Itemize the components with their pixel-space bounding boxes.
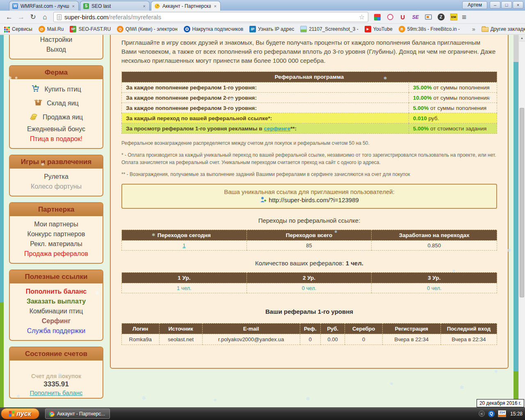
farm-section-title: Ферма <box>10 66 103 79</box>
sidebar-item-partner-contest[interactable]: Конкурс партнеров <box>10 229 103 239</box>
sidebar-item-my-partners[interactable]: Мои партнеры <box>10 219 103 229</box>
bookmark-services[interactable]: Сервисы <box>3 26 32 32</box>
se-extension-icon[interactable]: SE <box>411 13 420 21</box>
screenshare-extension-icon[interactable] <box>424 13 432 21</box>
sidebar-item-roulette[interactable]: Рулетка <box>10 172 103 182</box>
surfing-link[interactable]: серфинге <box>264 126 290 132</box>
start-button[interactable]: пуск <box>1 408 39 419</box>
sidebar-item-order-payout[interactable]: Заказать выплату <box>10 297 103 306</box>
referral-silver: 0 <box>345 334 383 345</box>
address-bar[interactable]: super-birds.com/referals/myreferals ☆ <box>53 12 368 22</box>
sidebar-item-buy-birds[interactable]: Купить птиц <box>10 82 103 96</box>
chrome-menu-icon[interactable]: ≡ <box>462 13 466 22</box>
sidebar-item-gift-bird[interactable]: Птица в подарок! <box>10 134 103 144</box>
minimize-button[interactable]: – <box>490 1 500 9</box>
pink-extension-icon[interactable] <box>386 13 394 21</box>
table-row-highlight-yellow: За каждый переход по вашей реферальной с… <box>122 113 497 123</box>
transitions-today-link[interactable]: 1 <box>183 242 185 249</box>
scrollbar-thumb[interactable] <box>520 108 524 297</box>
tab-wmrfast[interactable]: W WMRFast.com - лучшее мес × <box>9 1 79 11</box>
tab-close-icon[interactable]: × <box>71 4 75 9</box>
cube-extension-icon[interactable] <box>373 13 381 21</box>
accounts-status-title: Состояние счетов <box>10 347 103 361</box>
browser-profile-button[interactable]: Артем <box>462 1 487 9</box>
snowflake-decoration: ❄ <box>306 396 310 402</box>
bookmark-mailru[interactable]: @ Mail.Ru <box>39 26 64 32</box>
sidebar-item-topup-balance[interactable]: Пополнить баланс <box>10 287 103 297</box>
bird-favicon-icon <box>154 3 160 9</box>
useful-links-section-title: Полезные ссылки <box>10 270 103 283</box>
snowflake-decoration: ❄ <box>142 395 146 401</box>
sidebar-item-settings[interactable]: Настройки <box>10 35 103 45</box>
seofast-icon: SF <box>70 26 76 32</box>
transitions-total-value: 85 <box>247 240 372 250</box>
referral-last-login: Вчера в 22:34 <box>441 334 497 345</box>
sidebar-item-fortune-wheel[interactable]: Колесо фортуны <box>10 182 103 192</box>
clock: 15:28 <box>510 411 523 417</box>
sidebar-item-egg-sale[interactable]: Продажа яиц <box>10 110 103 124</box>
sidebar-item-egg-storage[interactable]: Склад яиц <box>10 96 103 110</box>
reload-icon[interactable]: ↻ <box>27 12 39 23</box>
swirl-icon <box>184 26 190 32</box>
u-extension-icon[interactable]: U <box>399 13 407 21</box>
bookmark-nakrutka[interactable]: Накрутка подписчиков <box>184 26 244 32</box>
referral-count-line: Количество ваших рефералов: 1 чел. <box>121 260 497 267</box>
tab-close-icon[interactable]: × <box>213 4 217 9</box>
cart-icon <box>31 84 40 94</box>
bookmark-ip[interactable]: IP Узнать IP адрес <box>249 26 294 32</box>
games-box: Игры и развлечения Рулетка Колесо фортун… <box>9 155 103 196</box>
maximize-button[interactable]: □ <box>501 1 512 9</box>
note-unique-click: * - Оплата производится за каждый уникал… <box>121 151 497 167</box>
bookmark-screenshot[interactable]: 21107_Screenshot_3 - <box>300 26 358 32</box>
sidebar-item-bird-combinations[interactable]: Комбинации птиц <box>10 306 103 316</box>
date-tooltip: 20 декабря 2016 г. <box>477 399 524 407</box>
sidebar-item-daily-bonus[interactable]: Ежедневный бонус <box>10 124 103 134</box>
page-scrollbar[interactable]: ▲ <box>518 35 525 407</box>
back-icon[interactable]: ← <box>3 12 15 23</box>
browser-toolbar: ← → ↻ ⌂ super-birds.com/referals/myrefer… <box>0 11 525 24</box>
referral-source: seolast.net <box>159 334 202 345</box>
tab-close-icon[interactable]: × <box>142 4 146 9</box>
em-extension-icon[interactable]: EM <box>450 13 458 21</box>
bookmarks-overflow-icon[interactable]: » <box>472 26 475 32</box>
z-extension-icon[interactable]: Z <box>437 13 445 21</box>
referrals-table: Логин Источник E-mail Реф. Руб. Серебро … <box>121 323 497 345</box>
useful-links-box: Полезные ссылки Пополнить баланс Заказат… <box>9 269 103 341</box>
tab-account-active[interactable]: Аккаунт - Партнерская про × <box>151 1 221 11</box>
referral-login: Romka9a <box>122 334 160 345</box>
bookmark-star-icon[interactable]: ☆ <box>359 13 365 21</box>
tray-expand-icon[interactable]: < <box>479 411 485 417</box>
qip-tray-icon[interactable]: Q <box>488 411 495 417</box>
tab-strip: W WMRFast.com - лучшее мес × S SEO last … <box>0 0 525 11</box>
home-icon[interactable]: ⌂ <box>39 12 51 23</box>
close-button[interactable]: × <box>513 1 523 9</box>
scrollbar-up-arrow-icon[interactable]: ▲ <box>519 35 525 41</box>
sidebar-item-support[interactable]: Служба поддержки <box>10 326 103 336</box>
accounts-status-box: Состояние счетов Счет для покупок 3335.9… <box>9 347 103 399</box>
taskbar-task-chrome[interactable]: Аккаунт - Партнерс... <box>45 409 110 419</box>
bookmark-youtube[interactable]: ▶ YouTube <box>365 26 393 32</box>
sidebar-item-logout[interactable]: Выход <box>10 45 103 55</box>
referral-link-url: http://super-birds.com/?i=123989 <box>122 196 496 204</box>
levels-table: 1 Ур. 2 Ур. 3 Ур. 1 чел. 0 чел. 0 чел. <box>121 272 497 293</box>
forward-icon[interactable]: → <box>15 12 27 23</box>
note-surfing-reward: ** - Вознаграждения, получаемые за выпол… <box>121 171 497 178</box>
bookmark-freebitcoin[interactable]: B 59m:38s - FreeBitco.in - <box>399 26 460 32</box>
ip-icon: IP <box>249 26 256 32</box>
referral-registration: Вчера в 22:34 <box>382 334 441 345</box>
tab-seo-last[interactable]: S SEO last × <box>80 1 150 11</box>
topup-balance-link[interactable]: Пополнить баланс <box>10 389 103 396</box>
left-decor-strip-bottom <box>0 302 4 407</box>
level1-count: 1 чел. <box>177 285 192 291</box>
other-bookmarks-button[interactable]: Другие закладки <box>482 26 525 32</box>
sidebar-item-referral-sale[interactable]: Продажа рефералов <box>10 249 103 259</box>
page-viewport: Настройки Выход Ферма Купить птиц Склад … <box>0 35 525 407</box>
bookmark-qiwi[interactable]: Q QIWI (Киви) - электрон <box>117 26 177 32</box>
sidebar-item-promo-materials[interactable]: Рекл. материалы <box>10 239 103 249</box>
snowflake-decoration: ❄ <box>459 384 464 390</box>
sidebar-item-surfing[interactable]: Серфинг <box>10 316 103 326</box>
transitions-earned-value: 0.850 <box>372 240 497 250</box>
bookmark-seofast[interactable]: SF SEO-FAST.RU <box>70 26 111 32</box>
counter-tray-icon[interactable]: 214 <box>498 410 506 417</box>
left-decor-strip <box>0 35 4 302</box>
